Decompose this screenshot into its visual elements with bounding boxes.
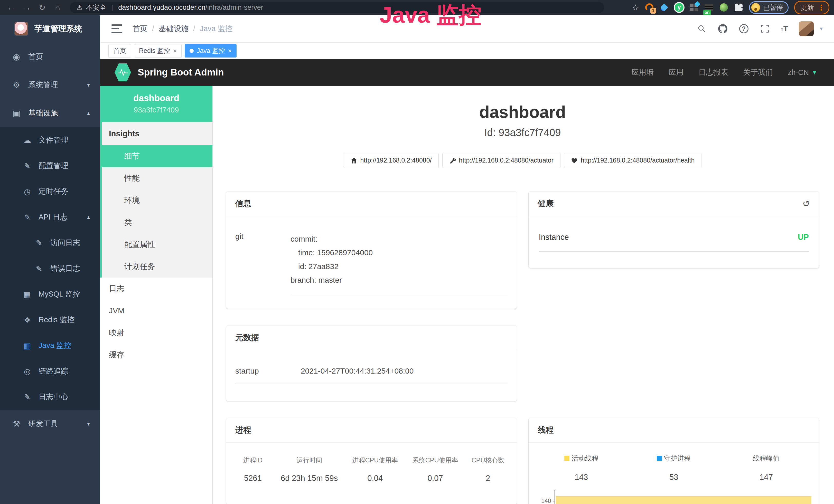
menu-item-classes[interactable]: 类 bbox=[102, 211, 213, 233]
github-icon[interactable] bbox=[718, 24, 728, 34]
menu-item-scheduled-tasks[interactable]: 计划任务 bbox=[102, 255, 213, 278]
browser-back-icon[interactable]: ← bbox=[5, 2, 18, 13]
user-menu-caret-icon[interactable]: ▾ bbox=[820, 25, 823, 32]
browser-update-button[interactable]: 更新 ⋮ bbox=[794, 1, 829, 15]
startup-row: startup 2021-04-27T00:44:31.254+08:00 bbox=[235, 367, 507, 384]
menu-item-caches[interactable]: 缓存 bbox=[100, 344, 213, 366]
sidebar-item-redis[interactable]: ❖ Redis 监控 bbox=[0, 307, 100, 333]
close-icon[interactable]: × bbox=[173, 47, 177, 54]
sba-nav-wallboard[interactable]: 应用墙 bbox=[631, 67, 654, 77]
uptime-value: 6d 23h 15m 59s bbox=[273, 474, 345, 483]
app-logo-row[interactable]: 芋道管理系统 bbox=[0, 15, 100, 43]
paused-extension-face-icon bbox=[751, 3, 760, 12]
bookmark-star-icon[interactable]: ☆ bbox=[632, 3, 639, 12]
metadata-card: 元数据 startup 2021-04-27T00:44:31.254+08:0… bbox=[226, 325, 517, 401]
history-icon[interactable]: ↺ bbox=[803, 199, 810, 209]
browser-home-icon[interactable]: ⌂ bbox=[51, 2, 64, 13]
sba-nav: 应用墙 应用 日志报表 关于我们 zh-CN ▼ bbox=[631, 67, 817, 77]
wrench-icon bbox=[449, 157, 456, 164]
menu-item-mappings[interactable]: 映射 bbox=[100, 322, 213, 344]
browser-forward-icon[interactable]: → bbox=[20, 2, 34, 13]
puzzle-extensions-icon[interactable] bbox=[734, 3, 743, 12]
extension-y-icon[interactable]: y bbox=[675, 3, 684, 12]
threads-chart: 140 120 100 bbox=[535, 494, 813, 504]
sidebar-item-trace[interactable]: ◎ 链路追踪 bbox=[0, 359, 100, 384]
browser-menu-icon[interactable]: ⋮ bbox=[817, 3, 826, 12]
startup-value: 2021-04-27T00:44:31.254+08:00 bbox=[301, 367, 414, 375]
url-text[interactable]: dashboard.yudao.iocoder.cn/infra/admin-s… bbox=[118, 4, 263, 12]
sidebar-item-mysql[interactable]: ▦ MySQL 监控 bbox=[0, 281, 100, 307]
menu-item-logs[interactable]: 日志 bbox=[100, 278, 213, 300]
menu-item-details[interactable]: 细节 bbox=[102, 145, 213, 167]
sidebar-item-error-log[interactable]: ✎ 错误日志 bbox=[0, 256, 100, 281]
sba-nav-about[interactable]: 关于我们 bbox=[743, 67, 773, 77]
col-header-cpus: CPU核心数 bbox=[465, 456, 511, 464]
actuator-url-button[interactable]: http://192.168.0.2:48080/actuator bbox=[442, 153, 561, 168]
address-bar[interactable]: ⚠ 不安全 | dashboard.yudao.iocoder.cn/infra… bbox=[70, 2, 604, 13]
tab-java-monitor[interactable]: Java 监控 × bbox=[185, 44, 237, 58]
sidebar-item-api-log[interactable]: ✎ API 日志 ▴ bbox=[0, 204, 100, 230]
instance-name: dashboard bbox=[103, 93, 210, 103]
java-monitor-annotation: Java 监控 bbox=[380, 3, 481, 27]
process-table: 进程ID 运行时间 进程CPU使用率 系统CPU使用率 CPU核心数 5261 … bbox=[232, 456, 511, 483]
pid-value: 5261 bbox=[232, 474, 273, 483]
help-icon[interactable]: ? bbox=[739, 24, 749, 34]
extension-orange-icon[interactable]: 1 bbox=[645, 3, 654, 12]
sba-brand[interactable]: Spring Boot Admin bbox=[138, 67, 224, 78]
sidebar-item-file[interactable]: ☁ 文件管理 bbox=[0, 127, 100, 153]
extension-grid-icon[interactable] bbox=[689, 3, 699, 12]
daemon-threads-swatch bbox=[657, 456, 662, 461]
instance-header[interactable]: dashboard 93a3fc7f7409 bbox=[100, 86, 213, 122]
collapse-sidebar-icon[interactable] bbox=[111, 24, 122, 33]
sidebar-item-access-log[interactable]: ✎ 访问日志 bbox=[0, 230, 100, 256]
process-card-title: 进程 bbox=[226, 418, 517, 443]
fullscreen-icon[interactable] bbox=[760, 24, 770, 34]
browser-reload-icon[interactable]: ↻ bbox=[36, 2, 49, 13]
peak-threads-value: 147 bbox=[720, 473, 812, 482]
breadcrumb-infra[interactable]: 基础设施 bbox=[159, 24, 189, 34]
live-threads-area bbox=[556, 496, 812, 504]
threads-legend: 活动线程 143 守护进程 53 线程峰值 147 bbox=[535, 454, 813, 482]
user-avatar[interactable] bbox=[799, 21, 814, 36]
sba-nav-journal[interactable]: 日志报表 bbox=[698, 67, 728, 77]
sidebar-item-dev-tools[interactable]: ⚒ 研发工具 ▾ bbox=[0, 410, 100, 438]
extension-pin-icon[interactable] bbox=[660, 3, 669, 12]
menu-item-config-props[interactable]: 配置属性 bbox=[102, 233, 213, 255]
service-url-button[interactable]: http://192.168.0.2:48080/ bbox=[344, 153, 439, 168]
sba-language-select[interactable]: zh-CN ▼ bbox=[788, 68, 817, 77]
font-size-icon[interactable]: тT bbox=[781, 24, 788, 33]
extension-green-icon[interactable] bbox=[719, 3, 728, 12]
sidebar-item-config[interactable]: ✎ 配置管理 bbox=[0, 153, 100, 179]
tab-redis-monitor[interactable]: Redis 监控 × bbox=[134, 44, 182, 58]
sba-nav-applications[interactable]: 应用 bbox=[668, 67, 683, 77]
close-icon[interactable]: × bbox=[228, 47, 232, 54]
menu-item-jvm[interactable]: JVM bbox=[100, 300, 213, 322]
active-tab-dot bbox=[190, 49, 194, 53]
insights-label[interactable]: Insights bbox=[102, 122, 213, 145]
home-icon bbox=[351, 157, 357, 164]
git-label: git bbox=[235, 232, 290, 294]
sidebar-item-home[interactable]: ◉ 首页 bbox=[0, 43, 100, 71]
java-monitor-icon: ▥ bbox=[23, 341, 32, 350]
instance-health-row[interactable]: Instance UP bbox=[539, 233, 809, 252]
log-icon: ✎ bbox=[35, 238, 44, 248]
breadcrumb-home[interactable]: 首页 bbox=[133, 24, 148, 34]
metadata-card-title: 元数据 bbox=[226, 325, 517, 350]
menu-item-environment[interactable]: 环境 bbox=[102, 189, 213, 211]
daemon-threads-value: 53 bbox=[628, 473, 720, 482]
heartbeat-icon bbox=[571, 157, 578, 164]
chevron-up-icon: ▴ bbox=[87, 110, 90, 117]
sba-header: Spring Boot Admin 应用墙 应用 日志报表 关于我们 zh-CN… bbox=[100, 59, 834, 86]
sidebar-item-infra[interactable]: ▣ 基础设施 ▴ bbox=[0, 99, 100, 127]
health-url-button[interactable]: http://192.168.0.2:48080/actuator/health bbox=[564, 153, 701, 168]
sidebar-item-system[interactable]: ⚙ 系统管理 ▾ bbox=[0, 71, 100, 99]
search-icon[interactable] bbox=[697, 24, 707, 34]
security-label[interactable]: 不安全 bbox=[86, 3, 106, 12]
tab-home[interactable]: 首页 bbox=[108, 44, 131, 58]
extension-on-icon[interactable]: on bbox=[704, 3, 714, 12]
sidebar-item-log-center[interactable]: ✎ 日志中心 bbox=[0, 384, 100, 410]
paused-extension-pill[interactable]: 已暂停 bbox=[749, 1, 789, 14]
sidebar-item-java[interactable]: ▥ Java 监控 bbox=[0, 333, 100, 359]
menu-item-metrics[interactable]: 性能 bbox=[102, 167, 213, 189]
sidebar-item-job[interactable]: ◷ 定时任务 bbox=[0, 179, 100, 204]
